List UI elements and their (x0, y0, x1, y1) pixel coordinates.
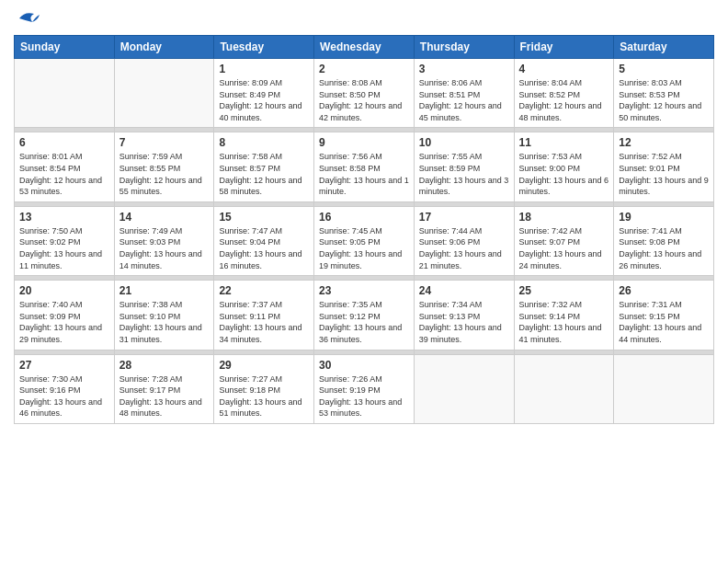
table-row: 19Sunrise: 7:41 AM Sunset: 9:08 PM Dayli… (614, 206, 714, 275)
day-number: 8 (219, 136, 309, 149)
table-row: 27Sunrise: 7:30 AM Sunset: 9:16 PM Dayli… (15, 354, 115, 423)
day-info: Sunrise: 8:08 AM Sunset: 8:50 PM Dayligh… (319, 77, 409, 123)
logo (14, 9, 41, 28)
day-number: 1 (219, 63, 309, 75)
table-row: 21Sunrise: 7:38 AM Sunset: 9:10 PM Dayli… (114, 281, 214, 350)
table-row: 28Sunrise: 7:28 AM Sunset: 9:17 PM Dayli… (114, 354, 214, 423)
table-row: 5Sunrise: 8:03 AM Sunset: 8:53 PM Daylig… (614, 59, 714, 128)
table-row: 16Sunrise: 7:45 AM Sunset: 9:05 PM Dayli… (314, 206, 415, 275)
table-row (15, 59, 115, 128)
day-info: Sunrise: 7:59 AM Sunset: 8:55 PM Dayligh… (119, 151, 210, 197)
day-info: Sunrise: 7:35 AM Sunset: 9:12 PM Dayligh… (319, 299, 409, 345)
day-info: Sunrise: 7:52 AM Sunset: 9:01 PM Dayligh… (619, 151, 709, 197)
table-row (514, 354, 614, 423)
table-row: 10Sunrise: 7:55 AM Sunset: 8:59 PM Dayli… (414, 132, 514, 201)
day-info: Sunrise: 7:41 AM Sunset: 9:08 PM Dayligh… (619, 225, 709, 271)
day-number: 16 (319, 211, 409, 224)
day-info: Sunrise: 8:09 AM Sunset: 8:49 PM Dayligh… (219, 77, 309, 123)
calendar-week-row: 27Sunrise: 7:30 AM Sunset: 9:16 PM Dayli… (15, 354, 714, 423)
day-number: 30 (319, 359, 409, 372)
day-number: 5 (619, 63, 709, 75)
col-friday: Friday (514, 36, 614, 59)
table-row: 18Sunrise: 7:42 AM Sunset: 9:07 PM Dayli… (514, 206, 614, 275)
day-info: Sunrise: 7:47 AM Sunset: 9:04 PM Dayligh… (219, 225, 309, 271)
day-info: Sunrise: 8:04 AM Sunset: 8:52 PM Dayligh… (519, 77, 609, 123)
table-row: 13Sunrise: 7:50 AM Sunset: 9:02 PM Dayli… (15, 206, 115, 275)
table-row: 2Sunrise: 8:08 AM Sunset: 8:50 PM Daylig… (314, 59, 415, 128)
day-number: 20 (19, 284, 109, 297)
day-info: Sunrise: 7:53 AM Sunset: 9:00 PM Dayligh… (519, 151, 609, 197)
day-info: Sunrise: 7:31 AM Sunset: 9:15 PM Dayligh… (619, 299, 709, 345)
day-info: Sunrise: 7:44 AM Sunset: 9:06 PM Dayligh… (419, 225, 509, 271)
day-number: 29 (219, 359, 309, 372)
day-info: Sunrise: 7:56 AM Sunset: 8:58 PM Dayligh… (319, 151, 409, 197)
day-number: 10 (419, 136, 509, 149)
col-monday: Monday (114, 36, 214, 59)
day-number: 19 (619, 211, 709, 224)
table-row: 15Sunrise: 7:47 AM Sunset: 9:04 PM Dayli… (214, 206, 314, 275)
calendar-table: Sunday Monday Tuesday Wednesday Thursday… (14, 35, 714, 424)
table-row: 6Sunrise: 8:01 AM Sunset: 8:54 PM Daylig… (15, 132, 115, 201)
day-info: Sunrise: 7:50 AM Sunset: 9:02 PM Dayligh… (19, 225, 109, 271)
table-row: 9Sunrise: 7:56 AM Sunset: 8:58 PM Daylig… (314, 132, 415, 201)
day-number: 6 (19, 136, 109, 149)
day-info: Sunrise: 7:49 AM Sunset: 9:03 PM Dayligh… (119, 225, 210, 271)
day-number: 12 (619, 136, 709, 149)
day-info: Sunrise: 7:34 AM Sunset: 9:13 PM Dayligh… (419, 299, 509, 345)
col-wednesday: Wednesday (314, 36, 415, 59)
day-info: Sunrise: 7:30 AM Sunset: 9:16 PM Dayligh… (19, 373, 109, 419)
header (14, 9, 714, 28)
col-tuesday: Tuesday (214, 36, 314, 59)
day-number: 2 (319, 63, 409, 75)
day-number: 21 (119, 284, 210, 297)
table-row: 25Sunrise: 7:32 AM Sunset: 9:14 PM Dayli… (514, 281, 614, 350)
calendar-header-row: Sunday Monday Tuesday Wednesday Thursday… (15, 36, 714, 59)
table-row: 8Sunrise: 7:58 AM Sunset: 8:57 PM Daylig… (214, 132, 314, 201)
col-thursday: Thursday (414, 36, 514, 59)
logo-bird-icon (16, 9, 41, 28)
table-row: 7Sunrise: 7:59 AM Sunset: 8:55 PM Daylig… (114, 132, 214, 201)
table-row: 30Sunrise: 7:26 AM Sunset: 9:19 PM Dayli… (314, 354, 415, 423)
table-row: 20Sunrise: 7:40 AM Sunset: 9:09 PM Dayli… (15, 281, 115, 350)
table-row: 11Sunrise: 7:53 AM Sunset: 9:00 PM Dayli… (514, 132, 614, 201)
day-info: Sunrise: 7:27 AM Sunset: 9:18 PM Dayligh… (219, 373, 309, 419)
day-info: Sunrise: 7:40 AM Sunset: 9:09 PM Dayligh… (19, 299, 109, 345)
table-row: 24Sunrise: 7:34 AM Sunset: 9:13 PM Dayli… (414, 281, 514, 350)
day-info: Sunrise: 7:38 AM Sunset: 9:10 PM Dayligh… (119, 299, 210, 345)
day-info: Sunrise: 7:45 AM Sunset: 9:05 PM Dayligh… (319, 225, 409, 271)
day-info: Sunrise: 7:42 AM Sunset: 9:07 PM Dayligh… (519, 225, 609, 271)
day-number: 24 (419, 284, 509, 297)
day-number: 18 (519, 211, 609, 224)
col-saturday: Saturday (614, 36, 714, 59)
table-row (414, 354, 514, 423)
calendar-week-row: 13Sunrise: 7:50 AM Sunset: 9:02 PM Dayli… (15, 206, 714, 275)
table-row: 22Sunrise: 7:37 AM Sunset: 9:11 PM Dayli… (214, 281, 314, 350)
table-row: 29Sunrise: 7:27 AM Sunset: 9:18 PM Dayli… (214, 354, 314, 423)
day-number: 3 (419, 63, 509, 75)
day-info: Sunrise: 8:03 AM Sunset: 8:53 PM Dayligh… (619, 77, 709, 123)
day-number: 26 (619, 284, 709, 297)
calendar-week-row: 20Sunrise: 7:40 AM Sunset: 9:09 PM Dayli… (15, 281, 714, 350)
day-number: 15 (219, 211, 309, 224)
table-row: 4Sunrise: 8:04 AM Sunset: 8:52 PM Daylig… (514, 59, 614, 128)
day-number: 25 (519, 284, 609, 297)
table-row: 12Sunrise: 7:52 AM Sunset: 9:01 PM Dayli… (614, 132, 714, 201)
day-info: Sunrise: 7:28 AM Sunset: 9:17 PM Dayligh… (119, 373, 210, 419)
day-number: 22 (219, 284, 309, 297)
day-number: 9 (319, 136, 409, 149)
day-number: 14 (119, 211, 210, 224)
table-row (614, 354, 714, 423)
day-info: Sunrise: 8:06 AM Sunset: 8:51 PM Dayligh… (419, 77, 509, 123)
day-number: 11 (519, 136, 609, 149)
table-row: 26Sunrise: 7:31 AM Sunset: 9:15 PM Dayli… (614, 281, 714, 350)
col-sunday: Sunday (15, 36, 115, 59)
table-row: 14Sunrise: 7:49 AM Sunset: 9:03 PM Dayli… (114, 206, 214, 275)
day-info: Sunrise: 8:01 AM Sunset: 8:54 PM Dayligh… (19, 151, 109, 197)
day-number: 28 (119, 359, 210, 372)
day-info: Sunrise: 7:37 AM Sunset: 9:11 PM Dayligh… (219, 299, 309, 345)
table-row: 3Sunrise: 8:06 AM Sunset: 8:51 PM Daylig… (414, 59, 514, 128)
day-number: 23 (319, 284, 409, 297)
day-info: Sunrise: 7:32 AM Sunset: 9:14 PM Dayligh… (519, 299, 609, 345)
day-number: 27 (19, 359, 109, 372)
day-info: Sunrise: 7:58 AM Sunset: 8:57 PM Dayligh… (219, 151, 309, 197)
